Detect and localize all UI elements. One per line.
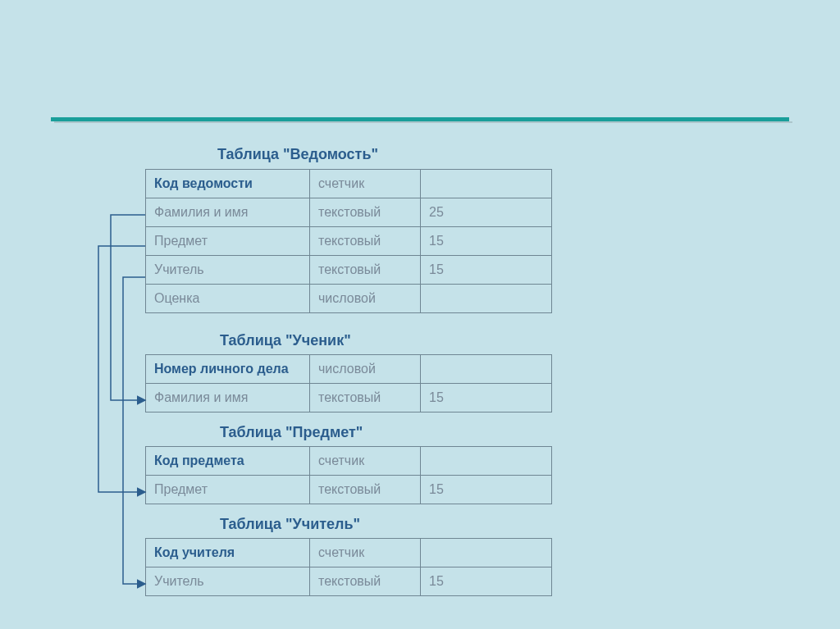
field-size (421, 447, 552, 476)
field-type: текстовый (310, 256, 421, 285)
field-size (421, 355, 552, 384)
field-name: Фамилия и имя (146, 198, 310, 227)
schema-table-predmet: Код предмета счетчик Предмет текстовый 1… (145, 446, 552, 504)
table-title-vedomost: Таблица "Ведомость" (217, 146, 378, 163)
field-type: счетчик (310, 539, 421, 567)
table-row: Оценка числовой (146, 285, 552, 313)
field-type: текстовый (310, 567, 421, 596)
field-size: 25 (421, 198, 552, 227)
schema-table-uchenik: Номер личного дела числовой Фамилия и им… (145, 354, 552, 412)
field-name: Учитель (146, 256, 310, 285)
field-name: Код предмета (146, 447, 310, 476)
relationship-arrows (0, 0, 840, 629)
field-type: числовой (310, 355, 421, 384)
field-type: счетчик (310, 447, 421, 476)
field-size: 15 (421, 476, 552, 504)
field-name: Предмет (146, 476, 310, 504)
field-type: текстовый (310, 198, 421, 227)
table-title-uchenik: Таблица "Ученик" (220, 332, 351, 349)
field-size (421, 539, 552, 567)
field-type: текстовый (310, 384, 421, 412)
table-row: Код ведомости счетчик (146, 170, 552, 198)
table-row: Номер личного дела числовой (146, 355, 552, 384)
field-size: 15 (421, 567, 552, 596)
field-type: текстовый (310, 476, 421, 504)
field-name: Оценка (146, 285, 310, 313)
field-type: числовой (310, 285, 421, 313)
table-row: Учитель текстовый 15 (146, 256, 552, 285)
field-type: текстовый (310, 227, 421, 256)
field-name: Учитель (146, 567, 310, 596)
schema-table-vedomost: Код ведомости счетчик Фамилия и имя текс… (145, 169, 552, 313)
table-row: Предмет текстовый 15 (146, 476, 552, 504)
field-name: Номер личного дела (146, 355, 310, 384)
field-name: Код учителя (146, 539, 310, 567)
field-size (421, 170, 552, 198)
table-row: Учитель текстовый 15 (146, 567, 552, 596)
table-row: Предмет текстовый 15 (146, 227, 552, 256)
schema-table-uchitel: Код учителя счетчик Учитель текстовый 15 (145, 538, 552, 596)
field-name: Код ведомости (146, 170, 310, 198)
field-size: 15 (421, 227, 552, 256)
field-size: 15 (421, 256, 552, 285)
table-row: Код предмета счетчик (146, 447, 552, 476)
field-size: 15 (421, 384, 552, 412)
field-size (421, 285, 552, 313)
table-row: Код учителя счетчик (146, 539, 552, 567)
section-divider-shadow (54, 121, 792, 123)
table-title-predmet: Таблица "Предмет" (220, 424, 363, 441)
table-row: Фамилия и имя текстовый 25 (146, 198, 552, 227)
field-name: Фамилия и имя (146, 384, 310, 412)
field-type: счетчик (310, 170, 421, 198)
table-row: Фамилия и имя текстовый 15 (146, 384, 552, 412)
table-title-uchitel: Таблица "Учитель" (220, 516, 360, 533)
field-name: Предмет (146, 227, 310, 256)
